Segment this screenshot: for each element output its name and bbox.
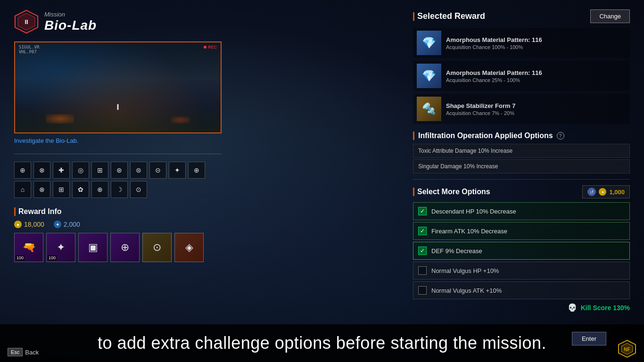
icon-cell-12[interactable]: ⊗ (33, 181, 50, 198)
reward-item-4[interactable]: ⊕ (110, 233, 140, 262)
right-panel: Selected Reward Change 💎 Amorphous Mater… (413, 9, 630, 312)
video-hud-tl: SIGUL.VRVHL.P87 (19, 45, 39, 54)
challenge-label-2: Firearm ATK 10% Decrease (431, 228, 507, 235)
mission-title-block: Mission Bio-Lab (44, 11, 97, 33)
icon-cell-13[interactable]: ⊞ (53, 181, 70, 198)
more-options-header: Select More Options ↺ ● 1,000 (413, 185, 630, 198)
reward-row-2: 💎 Amorphous Material Pattern: 116 Acquis… (413, 61, 630, 91)
icon-cell-3[interactable]: ✚ (53, 162, 70, 179)
bottom-logo: NF (618, 339, 636, 358)
icon-cell-4[interactable]: ◎ (72, 162, 89, 179)
reward-item-icon-3: ▣ (79, 233, 107, 262)
esc-back[interactable]: Esc Back (8, 348, 39, 356)
icon-cell-9[interactable]: ✦ (169, 162, 186, 179)
kill-score-label: Kill Score 130% (581, 304, 630, 312)
cost-badge: ↺ ● 1,000 (582, 185, 630, 198)
reward-info-header: Reward Info (14, 207, 269, 216)
icon-cell-6[interactable]: ⊛ (111, 162, 128, 179)
help-icon[interactable]: ? (557, 132, 564, 140)
icon-cell-7[interactable]: ⊜ (130, 162, 147, 179)
icon-cell-2[interactable]: ⊗ (33, 162, 50, 179)
infiltration-title: Infiltration Operation Applied Options (418, 132, 553, 140)
icon-cell-11[interactable]: ⌂ (14, 181, 31, 198)
coin-icon: ● (599, 188, 606, 196)
reward-row-icon-3: 🔩 (417, 97, 441, 121)
icon-cell-14[interactable]: ✿ (72, 181, 89, 198)
investigate-link[interactable]: Investigate the Bio-Lab. (14, 137, 269, 144)
selected-reward-title: Selected Reward (413, 11, 485, 21)
icon-cell-15[interactable]: ⊕ (91, 181, 108, 198)
reward-row-chance-2: Acquisition Chance 25% - 100% (446, 77, 542, 83)
reward-row-name-1: Amorphous Material Pattern: 116 (446, 36, 542, 43)
reward-items: 🔫 100 ✦ 100 ▣ ⊕ ⊙ ◈ (14, 233, 269, 262)
icon-cell-5[interactable]: ⊞ (91, 162, 108, 179)
infiltration-bar (413, 132, 414, 140)
reset-icon[interactable]: ↺ (587, 188, 596, 196)
reward-item-icon-6: ◈ (175, 233, 203, 262)
challenge-option-3[interactable]: ✓ DEF 9% Decrease (413, 242, 630, 260)
svg-text:NF: NF (624, 347, 630, 352)
checkmark-1: ✓ (420, 208, 425, 214)
reward-item-badge-2: 100 (48, 255, 57, 261)
icon-cell-10[interactable]: ⊕ (188, 162, 205, 179)
challenge-option-4[interactable]: Normal Vulgus HP +10% (413, 262, 630, 280)
selected-reward-header: Selected Reward Change (413, 9, 630, 23)
infiltration-option-1: Toxic Attribute Damage 10% Increase (413, 144, 630, 158)
challenge-option-2[interactable]: ✓ Firearm ATK 10% Decrease (413, 222, 630, 240)
selected-reward-label: Selected Reward (417, 11, 485, 21)
reward-item-icon-4: ⊕ (111, 233, 139, 262)
video-rec-indicator: REC (204, 45, 217, 49)
checkmark-3: ✓ (420, 247, 425, 254)
currency-gold: ● 18,000 (14, 221, 44, 228)
challenge-option-1[interactable]: ✓ Descendant HP 10% Decrease (413, 202, 630, 220)
mission-label: Mission (44, 11, 97, 18)
icon-grid: ⊕ ⊗ ✚ ◎ ⊞ ⊛ ⊜ ⊝ ✦ ⊕ ⌂ ⊗ ⊞ ✿ ⊕ ☽ ⊙ (14, 162, 222, 198)
more-options-title-group: Select More Options (413, 188, 490, 196)
selected-reward-bar (413, 12, 414, 21)
icon-cell-17[interactable]: ⊙ (130, 181, 147, 198)
currency-blue-value: 2,000 (64, 221, 80, 228)
rec-dot (204, 46, 206, 49)
reward-item-badge-1: 100 (16, 255, 25, 261)
scene-figure (117, 104, 119, 110)
scene-glow-left (46, 114, 74, 123)
video-preview: SIGUL.VRVHL.P87 REC (14, 41, 222, 133)
reward-row-text-1: Amorphous Material Pattern: 116 Acquisit… (446, 36, 542, 50)
reward-info-title: Reward Info (18, 207, 62, 216)
esc-key[interactable]: Esc (8, 348, 23, 356)
checkmark-2: ✓ (420, 228, 425, 234)
reward-item-1[interactable]: 🔫 100 (14, 233, 43, 262)
section-divider (413, 179, 630, 180)
reward-item-6[interactable]: ◈ (174, 233, 204, 262)
bottom-bar: to add extra challenge options before st… (0, 324, 644, 362)
reward-row-chance-1: Acquisition Chance 100% - 100% (446, 44, 542, 50)
more-options-bar (413, 188, 414, 196)
icon-cell-1[interactable]: ⊕ (14, 162, 31, 179)
challenge-option-5[interactable]: Normal Vulgus ATK +10% (413, 281, 630, 299)
mission-icon: II (14, 9, 39, 34)
reward-item-2[interactable]: ✦ 100 (46, 233, 75, 262)
cost-value: 1,000 (609, 189, 625, 196)
challenge-label-5: Normal Vulgus ATK +10% (431, 287, 502, 294)
reward-item-icon-5: ⊙ (143, 233, 171, 262)
reward-info-bar (14, 207, 16, 216)
change-button[interactable]: Change (590, 9, 630, 23)
reward-item-3[interactable]: ▣ (78, 233, 107, 262)
reward-row-chance-3: Acquisition Chance 7% - 20% (446, 110, 515, 116)
enter-button[interactable]: Enter (572, 332, 606, 346)
challenge-label-4: Normal Vulgus HP +10% (431, 267, 499, 274)
reward-currency: ● 18,000 ✦ 2,000 (14, 221, 269, 228)
checkbox-3: ✓ (418, 247, 427, 255)
reward-item-5[interactable]: ⊙ (142, 233, 172, 262)
reward-row-text-3: Shape Stabilizer Form 7 Acquisition Chan… (446, 102, 515, 116)
back-label: Back (25, 349, 39, 356)
infiltration-header: Infiltration Operation Applied Options ? (413, 132, 630, 140)
mission-header: II Mission Bio-Lab (14, 9, 269, 34)
reward-row-name-2: Amorphous Material Pattern: 116 (446, 69, 542, 76)
left-panel: II Mission Bio-Lab SIGUL.VRVHL.P87 REC (14, 9, 269, 262)
checkbox-1: ✓ (418, 207, 427, 215)
icon-cell-8[interactable]: ⊝ (149, 162, 166, 179)
icon-cell-16[interactable]: ☽ (111, 181, 128, 198)
reward-row-text-2: Amorphous Material Pattern: 116 Acquisit… (446, 69, 542, 83)
reward-row-3: 🔩 Shape Stabilizer Form 7 Acquisition Ch… (413, 94, 630, 124)
